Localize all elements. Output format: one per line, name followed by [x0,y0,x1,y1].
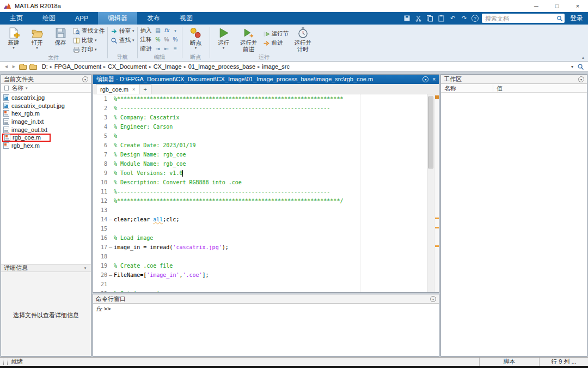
insert-function-icon[interactable]: fx [163,27,170,34]
code-line[interactable]: 21 [93,280,427,289]
list-item[interactable]: rgb_coe.m [1,134,91,142]
code-line[interactable]: 10% Description: Convert RGB888 into .co… [93,178,427,187]
code-line[interactable]: 14–clear;clear all;clc; [93,215,427,224]
code-line[interactable]: 22% Get image size [93,289,427,292]
list-item[interactable]: image_out.txt [1,125,91,134]
scrollbar-thumb[interactable] [428,96,433,168]
warning-marker[interactable] [435,218,439,219]
list-item[interactable]: cascatrix.jpg [1,94,91,102]
code-line[interactable]: 6% Create Date: 2023/01/19 [93,141,427,150]
breadcrumb-segment[interactable]: 01_Image_process_base [188,63,256,70]
comment-icon[interactable]: % [155,37,162,44]
new-document-tab-button[interactable]: + [139,84,151,94]
ribbon-tab-主页[interactable]: 主页 [0,12,33,25]
code-line[interactable]: 15 [93,224,427,233]
compare-button[interactable]: 比较 ▾ [73,36,105,45]
list-item[interactable]: hex_rgb.m [1,110,91,118]
breadcrumb-segment[interactable]: CX_Document [108,63,147,70]
workspace-content[interactable] [441,93,587,356]
search-folder-icon[interactable] [577,63,584,70]
path-dropdown-icon[interactable]: ▾ [571,64,573,69]
paste-icon[interactable] [437,15,445,22]
editor-title-bar[interactable]: 编辑器 - D:\FPGA_Document\CX_Document\CX_Im… [93,75,439,84]
code-editor[interactable]: 1%**************************************… [93,94,427,292]
open-button[interactable]: 打开 ▾ [26,26,48,50]
code-line[interactable]: 2% -------------------------------------… [93,104,427,113]
close-button[interactable]: × [567,0,588,12]
forward-icon[interactable]: ► [11,64,16,69]
panel-actions-icon[interactable]: ▾ [82,76,88,82]
panel-actions-icon[interactable]: ▾ [578,76,584,82]
code-line[interactable]: 1%**************************************… [93,94,427,104]
doc-search[interactable] [482,14,565,23]
print-button[interactable]: 打印 ▾ [73,45,105,54]
minimize-button[interactable]: ─ [526,0,547,12]
search-icon[interactable] [556,15,563,22]
breadcrumb-segment[interactable]: CX_Image [154,63,182,70]
editor-actions-icon[interactable]: ▾ [422,76,428,82]
tab-close-icon[interactable]: × [132,87,135,92]
code-line[interactable]: 12%*************************************… [93,196,427,206]
ribbon-tab-APP[interactable]: APP [65,12,98,25]
code-line[interactable]: 9% Tool Versions: v1.0 [93,168,427,178]
breadcrumb-segment[interactable]: image_src [262,63,290,70]
ribbon-tab-编辑器[interactable]: 编辑器 [98,12,137,25]
list-item[interactable]: cascatrix_output.jpg [1,102,91,110]
collapse-ribbon-icon[interactable]: ▴ [582,55,584,60]
cut-icon[interactable] [414,15,422,22]
ribbon-tab-视图[interactable]: 视图 [170,12,203,25]
code-line[interactable]: 17–image_in = imread('cascatrix.jpg'); [93,243,427,252]
ribbon-tab-发布[interactable]: 发布 [137,12,170,25]
smart-indent-icon[interactable]: ≡ [172,46,179,53]
message-indicator[interactable] [435,95,439,99]
doc-search-input[interactable] [485,15,556,22]
save-icon[interactable] [403,15,411,22]
wrap-comments-icon[interactable]: % [172,37,179,44]
find-files-button[interactable]: 查找文件 [73,27,105,35]
browse-folder-icon[interactable] [29,65,37,70]
document-tab[interactable]: rgb_coe.m × [96,84,139,94]
breadcrumb-segment[interactable]: D: [42,63,48,70]
code-line[interactable]: 18 [93,252,427,261]
help-icon[interactable]: ? [471,15,479,22]
code-line[interactable]: 19% Create .coe file [93,261,427,270]
list-item[interactable]: image_in.txt [1,118,91,126]
new-script-button[interactable]: 新建 ▾ [3,26,24,50]
code-line[interactable]: 13 [93,206,427,215]
code-line[interactable]: 5% [93,131,427,141]
details-header[interactable]: 详细信息 ▾ [1,264,91,272]
code-line[interactable]: 16% Load image [93,233,427,243]
undo-icon[interactable]: ↶ [449,15,457,22]
redo-icon[interactable]: ↷ [460,15,468,22]
ribbon-tab-绘图[interactable]: 绘图 [33,12,65,25]
warning-marker[interactable] [435,227,439,228]
workspace-value-column[interactable]: 值 [493,84,587,92]
indent-right-icon[interactable]: ⇥ [155,46,162,53]
code-line[interactable]: 8% Module Name: rgb_coe [93,159,427,168]
run-section-button[interactable]: 运行节 [263,29,289,38]
copy-icon[interactable] [426,15,434,22]
panel-actions-icon[interactable]: ▾ [430,296,436,302]
uncomment-icon[interactable]: % [163,37,170,44]
code-line[interactable]: 3% Company: Cascatrix [93,113,427,122]
list-item[interactable]: rgb_hex.m [1,142,91,150]
editor-scrollbar[interactable] [427,94,434,292]
goto-button[interactable]: 转至 ▾ [111,27,134,35]
code-line[interactable]: 20–FileName=['image_in','.coe']; [93,270,427,280]
name-column-header[interactable]: 名称 ▾ [1,84,91,93]
code-line[interactable]: 7% Design Name: rgb_coe [93,150,427,159]
warning-marker[interactable] [435,245,439,247]
back-icon[interactable]: ◄ [4,64,9,69]
run-and-time-button[interactable]: 运行并 计时 [290,26,315,52]
run-button[interactable]: 运行 ▾ [213,26,235,50]
command-window-content[interactable]: fx >> [93,304,439,356]
dropdown-caret-icon[interactable]: ▾ [172,27,179,34]
breadcrumb-segment[interactable]: FPGA_Document [54,63,101,70]
indent-left-icon[interactable]: ⇤ [163,46,170,53]
workspace-name-column[interactable]: 名称 [441,84,493,92]
run-and-advance-button[interactable]: 运行并 前进 [236,26,261,52]
find-button[interactable]: 查找 ▾ [111,36,134,45]
insert-section-icon[interactable]: ▤ [155,27,162,34]
editor-close-icon[interactable]: × [432,76,436,82]
advance-button[interactable]: 前进 [263,39,289,47]
